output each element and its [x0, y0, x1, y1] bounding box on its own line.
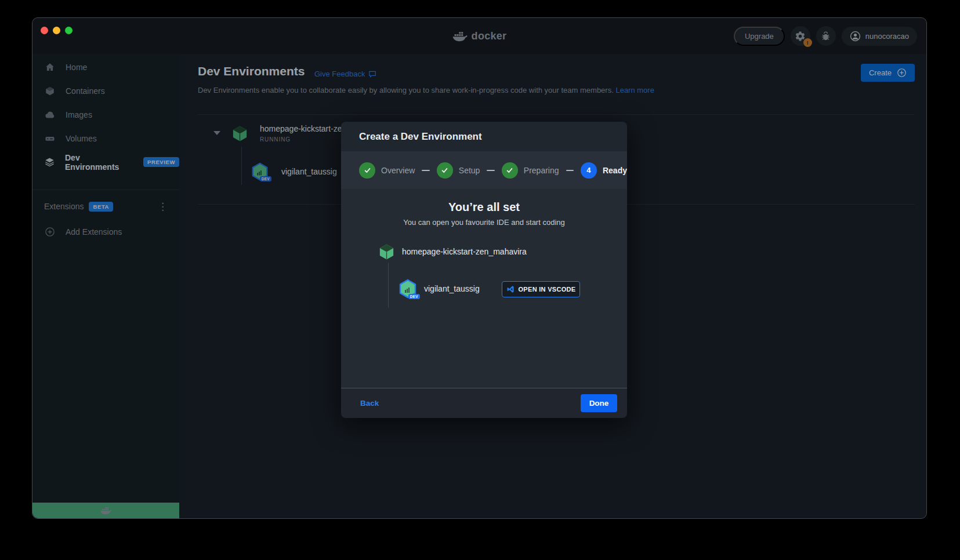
vscode-icon: [506, 285, 515, 293]
success-subheading: You can open you favourite IDE and start…: [341, 218, 627, 227]
done-button[interactable]: Done: [581, 394, 617, 412]
wizard-stepper: Overview Setup Preparing 4 Ready: [341, 151, 627, 189]
environment-name: homepage-kickstart-zen_mahavira: [402, 247, 527, 256]
step-label: Preparing: [524, 166, 559, 175]
step-label: Setup: [459, 166, 480, 175]
step-connector: [422, 170, 429, 171]
modal-body: You’re all set You can open you favourit…: [341, 189, 627, 388]
step-connector: [566, 170, 574, 171]
window-controls: [41, 27, 73, 34]
modal-footer: Back Done: [341, 388, 627, 418]
create-dev-environment-modal: Create a Dev Environment Overview Setup: [341, 122, 627, 418]
zoom-button[interactable]: [65, 27, 73, 34]
docker-desktop-window: docker Upgrade !: [32, 17, 927, 519]
success-heading: You’re all set: [341, 201, 627, 214]
close-button[interactable]: [41, 27, 48, 34]
step-label: Overview: [381, 166, 415, 175]
step-label: Ready: [603, 166, 627, 175]
step-number: 4: [581, 162, 597, 179]
step-preparing: Preparing: [502, 162, 559, 179]
container-name: vigilant_taussig: [424, 284, 480, 293]
container-dev-icon: DEV: [397, 278, 418, 299]
step-setup: Setup: [437, 162, 480, 179]
dev-environment-icon: [378, 243, 396, 263]
step-connector: [487, 170, 494, 171]
open-in-vscode-label: OPEN IN VSCODE: [519, 286, 576, 293]
back-link[interactable]: Back: [360, 399, 379, 408]
minimize-button[interactable]: [53, 27, 60, 34]
open-in-vscode-button[interactable]: OPEN IN VSCODE: [502, 281, 580, 297]
tree-guide-line: [388, 263, 389, 308]
dev-badge: DEV: [408, 294, 420, 299]
step-ready: 4 Ready: [581, 162, 627, 179]
modal-title: Create a Dev Environment: [341, 122, 627, 151]
step-overview: Overview: [359, 162, 415, 179]
step-check-icon: [359, 162, 375, 179]
step-check-icon: [502, 162, 518, 179]
step-check-icon: [437, 162, 453, 179]
